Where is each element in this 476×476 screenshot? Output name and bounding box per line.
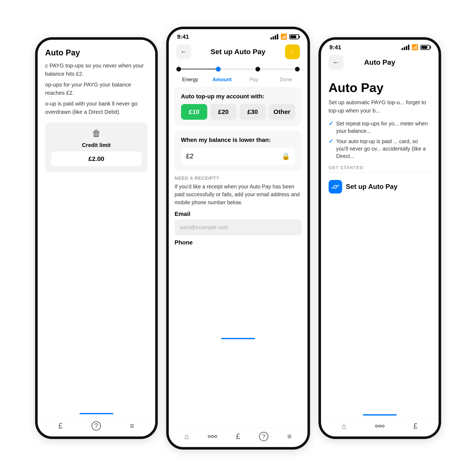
balance-card-title: When my balance is lower than: [181, 136, 295, 143]
auto-pay-desc: Set up automatic PAYG top-u... forget to… [329, 98, 431, 115]
check-mark-2: ✓ [329, 138, 333, 145]
center-nav-header: ← Set up Auto Pay ⚡ [169, 42, 307, 63]
left-tab-bar: £ ? ≡ [38, 418, 155, 437]
auto-pay-title: Auto Pay [329, 80, 431, 95]
scene: Auto Pay c PAYG top-ups so you never whe… [0, 0, 476, 476]
amount-btn-20[interactable]: £20 [210, 104, 237, 120]
help-icon: ? [92, 421, 101, 430]
right-status-bar: 9:41 📶 [321, 40, 439, 53]
credit-value: £2.00 [51, 152, 142, 166]
credit-section: 🗑 Credit limit £2.00 [45, 122, 148, 172]
center-status-icons: 📶 [271, 34, 299, 40]
signal-icon [271, 34, 278, 39]
get-started-label: GET STARTED [329, 165, 431, 170]
credit-label: Credit limit [51, 142, 142, 149]
trash-icon: 🗑 [51, 128, 142, 138]
infinity-svg [332, 184, 339, 189]
left-phone: Auto Pay c PAYG top-ups so you never whe… [35, 37, 158, 439]
step-line-3 [260, 69, 295, 69]
step-labels: Energy Amount Pay Done [169, 77, 307, 87]
svg-point-5 [375, 425, 377, 427]
step-dot-done [295, 67, 300, 71]
check-mark-1: ✓ [329, 120, 333, 127]
setup-auto-pay-button[interactable]: Set up Auto Pay [329, 177, 431, 196]
progress-steps [169, 63, 307, 77]
email-label: Email [175, 211, 302, 217]
tab-home[interactable]: ⌂ [184, 432, 189, 441]
right-tab-journey[interactable] [375, 423, 384, 429]
center-nav-title: Set up Auto Pay [211, 48, 265, 56]
center-status-bar: 9:41 📶 [169, 29, 307, 42]
check-text-2: Your auto top-up is paid ... card, so yo… [336, 138, 431, 160]
check-text-1: Set repeat top-ups for yo... meter when … [336, 120, 431, 135]
lock-icon: 🔒 [282, 152, 290, 160]
right-back-button[interactable]: ← [329, 55, 343, 70]
tab-help-center[interactable]: ? [259, 432, 268, 441]
left-body-text-1: c PAYG top-ups so you never when your ba… [45, 62, 148, 78]
receipt-section: NEED A RECEIPT? If you'd like a receipt … [169, 175, 307, 248]
step-label-done: Done [270, 77, 302, 83]
divider [329, 172, 431, 173]
home-icon: ⌂ [184, 432, 189, 441]
lightning-button[interactable]: ⚡ [285, 44, 300, 59]
help-center-icon: ? [259, 432, 268, 441]
step-dot-amount [216, 67, 221, 71]
amount-btn-10[interactable]: £10 [181, 104, 207, 120]
svg-point-6 [379, 425, 381, 427]
balance-center-icon: £ [236, 432, 240, 441]
right-home-icon: ⌂ [342, 422, 346, 430]
back-button[interactable]: ← [176, 44, 191, 59]
step-label-amount: Amount [206, 77, 238, 83]
receipt-desc: If you'd like a receipt when your Auto P… [175, 183, 302, 207]
tab-help[interactable]: ? [92, 421, 101, 430]
balance-card: When my balance is lower than: £2 🔒 [175, 130, 302, 171]
left-content: Auto Pay c PAYG top-ups so you never whe… [38, 40, 155, 413]
amount-options: £10 £20 £30 Other [181, 104, 295, 120]
left-body-text-3: o-up is paid with your bank ll never go … [45, 100, 148, 116]
tab-journey[interactable] [208, 433, 217, 440]
right-tab-bar: ⌂ £ [321, 418, 439, 437]
wifi-icon: 📶 [280, 34, 287, 40]
right-signal-icon [402, 45, 409, 50]
right-tab-balance[interactable]: £ [413, 422, 418, 430]
right-tab-home[interactable]: ⌂ [342, 422, 346, 430]
right-battery-icon [420, 45, 430, 50]
right-phone: 9:41 📶 ← Auto Pay Auto Pay [319, 37, 441, 439]
balance-icon: £ [58, 422, 63, 430]
step-dot-energy [176, 67, 181, 71]
step-label-pay: Pay [238, 77, 270, 83]
svg-point-0 [208, 435, 210, 438]
center-tab-bar: ⌂ £ ? ≡ [169, 428, 307, 447]
check-item-2: ✓ Your auto top-up is paid ... card, so … [329, 138, 431, 160]
infinity-icon [329, 180, 342, 193]
amount-btn-other[interactable]: Other [269, 104, 295, 120]
right-journey-icon [375, 423, 384, 429]
step-dot-pay [255, 67, 260, 71]
amount-btn-30[interactable]: £30 [239, 104, 266, 120]
left-page-title: Auto Pay [45, 48, 148, 57]
email-placeholder: sam@example.com [180, 224, 228, 231]
menu-icon: ≡ [130, 422, 134, 430]
step-line-2 [221, 69, 255, 69]
topup-card-title: Auto top-up my account with: [181, 93, 295, 100]
balance-row: £2 🔒 [181, 148, 295, 165]
email-input[interactable]: sam@example.com [175, 220, 302, 235]
right-content: Auto Pay Set up automatic PAYG top-u... … [321, 74, 439, 414]
svg-point-1 [211, 435, 214, 438]
tab-menu-center[interactable]: ≡ [287, 432, 292, 441]
center-tab-indicator [221, 338, 255, 339]
left-body-text-2: op-ups for your PAYG your balance reache… [45, 81, 148, 97]
right-time: 9:41 [329, 44, 341, 51]
tab-menu[interactable]: ≡ [130, 422, 134, 430]
tab-balance-center[interactable]: £ [236, 432, 240, 441]
battery-icon [289, 34, 299, 39]
menu-center-icon: ≡ [287, 432, 292, 441]
right-nav-title: Auto Pay [364, 58, 395, 67]
tab-balance[interactable]: £ [58, 422, 63, 430]
journey-icon [208, 433, 217, 440]
balance-value: £2 [186, 152, 194, 160]
svg-point-7 [382, 425, 384, 427]
right-nav-header: ← Auto Pay [321, 53, 439, 74]
right-tab-indicator [363, 414, 397, 416]
setup-btn-label: Set up Auto Pay [346, 183, 398, 190]
